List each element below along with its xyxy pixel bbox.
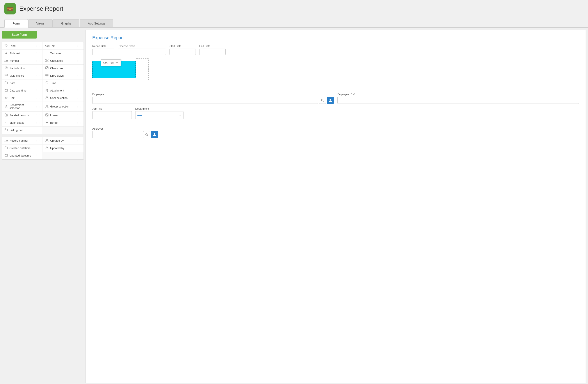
- field-textarea-label: Text area: [50, 52, 61, 55]
- field-attachment-label: Attachment: [50, 89, 64, 92]
- dragging-abc-icon: ABC: [103, 61, 108, 64]
- field-createddatetime-label: Created datetime: [9, 147, 30, 150]
- employee-input[interactable]: [92, 97, 318, 104]
- field-item-dropdown[interactable]: Drop-down ⋮⋮: [43, 72, 84, 79]
- field-item-created-by[interactable]: Created by ⋮⋮: [43, 137, 84, 144]
- tab-app-settings[interactable]: App Settings: [80, 19, 113, 27]
- field-item-text[interactable]: ABC Text ⋮⋮: [43, 42, 84, 50]
- multichoice-icon: [4, 74, 8, 77]
- field-item-dept-selection[interactable]: Department selection ⋮⋮: [2, 102, 43, 112]
- field-employee: Employee: [92, 93, 334, 104]
- tab-views[interactable]: Views: [28, 19, 53, 27]
- drag-handle: ⋮⋮: [77, 139, 81, 142]
- field-end-date: End Date: [199, 45, 226, 55]
- field-item-rich-text[interactable]: A Rich text ⋮⋮: [2, 50, 43, 57]
- tab-form[interactable]: Form: [4, 19, 28, 28]
- start-date-input[interactable]: [169, 49, 196, 55]
- field-item-attachment[interactable]: Attachment ⋮⋮: [43, 87, 84, 94]
- drag-handle: ⋮⋮: [36, 105, 40, 108]
- field-date-label: Date: [9, 82, 15, 85]
- field-fieldgroup-label: Field group: [9, 129, 23, 132]
- form-row-job: Job Title Department ----- ⌄: [92, 107, 579, 119]
- border-icon: [45, 121, 49, 125]
- field-department: Department ----- ⌄: [135, 107, 184, 119]
- drag-zone: ABC Text ✛: [92, 58, 579, 85]
- svg-point-53: [146, 134, 147, 135]
- drag-handle: ⋮⋮: [36, 154, 40, 157]
- field-approver: Approver: [92, 127, 158, 138]
- field-user-selection-label: User selection: [50, 96, 67, 100]
- svg-rect-8: [47, 59, 48, 60]
- svg-point-12: [6, 67, 7, 69]
- field-item-datetime[interactable]: Date and time ⋮⋮: [2, 87, 43, 94]
- field-item-record-number[interactable]: 123 Record number ⋮⋮: [2, 137, 43, 144]
- field-item-checkbox[interactable]: Check box ⋮⋮: [43, 65, 84, 72]
- svg-point-42: [46, 139, 48, 141]
- approver-search-button[interactable]: [143, 131, 150, 138]
- field-item-group-selection[interactable]: Group selection ⋮⋮: [43, 102, 84, 112]
- field-item-calculated[interactable]: Calculated ⋮⋮: [43, 57, 84, 65]
- approver-user-button[interactable]: [151, 131, 158, 138]
- svg-rect-10: [47, 61, 48, 62]
- dragging-element[interactable]: ABC Text ✛: [101, 59, 121, 66]
- save-form-button[interactable]: Save Form: [2, 31, 37, 38]
- svg-line-51: [323, 101, 324, 102]
- field-item-radio[interactable]: Radio button ⋮⋮: [2, 65, 43, 72]
- field-related-label: Related records: [9, 114, 29, 117]
- field-checkbox-label: Check box: [50, 67, 63, 70]
- field-item-textarea[interactable]: Text area ⋮⋮: [43, 50, 84, 57]
- svg-rect-2: [9, 9, 11, 10]
- approver-input-wrapper: [92, 131, 158, 138]
- drag-handle: ⋮⋮: [36, 114, 40, 117]
- related-icon: [4, 114, 8, 117]
- department-select-wrapper: ----- ⌄: [135, 111, 184, 119]
- radio-icon: [4, 66, 8, 70]
- field-item-related-records[interactable]: Related records ⋮⋮: [2, 112, 43, 119]
- number-icon: 123: [4, 59, 8, 62]
- employee-search-button[interactable]: [319, 97, 326, 104]
- divider-1: [92, 89, 579, 89]
- field-item-updated-datetime[interactable]: Updated datetime ⋮⋮: [2, 152, 43, 159]
- field-item-border[interactable]: Border ⋮⋮: [43, 119, 84, 127]
- approver-input[interactable]: [92, 131, 142, 138]
- drop-target-outline: [136, 58, 149, 80]
- field-item-label[interactable]: Label ⋮⋮: [2, 42, 43, 50]
- field-item-multichoice[interactable]: Multi-choice ⋮⋮: [2, 72, 43, 79]
- field-item-updated-by[interactable]: Updated by ⋮⋮: [43, 144, 84, 152]
- tab-graphs[interactable]: Graphs: [53, 19, 79, 27]
- drag-handle: ⋮⋮: [77, 114, 81, 117]
- field-item-number[interactable]: 123 Number ⋮⋮: [2, 57, 43, 65]
- svg-point-52: [330, 99, 331, 100]
- employee-id-input[interactable]: [337, 97, 579, 104]
- field-updateddatetime-label: Updated datetime: [9, 154, 31, 157]
- field-item-date[interactable]: Date ⋮⋮: [2, 79, 43, 87]
- field-item-blank-space[interactable]: Blank space ⋮⋮: [2, 119, 43, 127]
- dept-icon: [4, 105, 8, 109]
- expense-code-input[interactable]: [118, 49, 166, 55]
- drag-handle: ⋮⋮: [36, 147, 40, 150]
- tabs-bar: Form Views Graphs App Settings: [0, 19, 588, 28]
- drag-handle: ⋮⋮: [36, 82, 40, 84]
- job-title-input[interactable]: [92, 111, 132, 119]
- blank-icon: [4, 121, 8, 125]
- report-date-input[interactable]: [92, 49, 114, 55]
- field-item-lookup[interactable]: Lookup ⋮⋮: [43, 112, 84, 119]
- createddatetime-icon: [4, 146, 8, 150]
- field-item-empty: [43, 127, 84, 134]
- employee-user-button[interactable]: [327, 97, 334, 104]
- end-date-input[interactable]: [199, 49, 226, 55]
- field-item-field-group[interactable]: Field group ⋮⋮: [2, 127, 43, 134]
- svg-rect-13: [46, 67, 48, 69]
- field-item-user-selection[interactable]: User selection ⋮⋮: [43, 94, 84, 102]
- department-select[interactable]: -----: [135, 111, 184, 119]
- drag-handle: ⋮⋮: [77, 105, 81, 108]
- field-expense-code: Expense Code: [118, 45, 166, 55]
- field-item-time[interactable]: Time ⋮⋮: [43, 79, 84, 87]
- svg-rect-6: [46, 54, 47, 54]
- svg-rect-21: [5, 89, 7, 92]
- abc-icon: ABC: [45, 45, 49, 47]
- field-item-created-datetime[interactable]: Created datetime ⋮⋮: [2, 144, 43, 152]
- field-item-link[interactable]: Link ⋮⋮: [2, 94, 43, 102]
- svg-point-3: [5, 45, 6, 45]
- field-blank-label: Blank space: [9, 121, 24, 124]
